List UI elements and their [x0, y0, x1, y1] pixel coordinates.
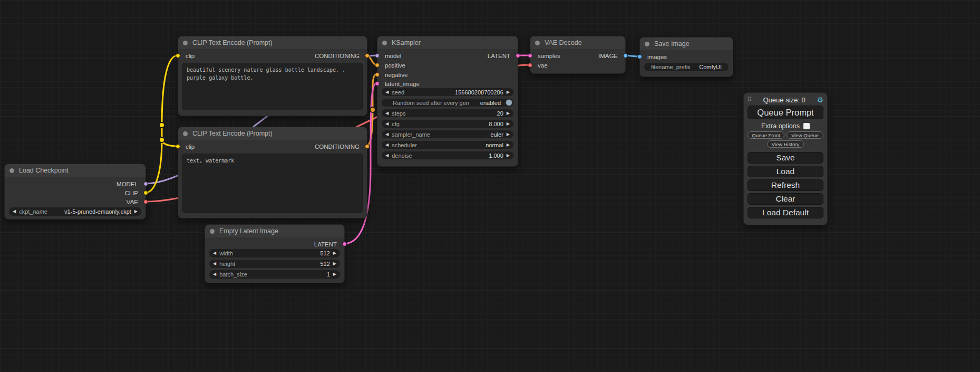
collapse-dot-icon[interactable]: [535, 41, 540, 45]
clear-button[interactable]: Clear: [748, 193, 823, 205]
decrement-arrow-icon[interactable]: ◀: [213, 270, 216, 279]
decrement-arrow-icon[interactable]: ◀: [213, 260, 216, 268]
node-titlebar[interactable]: VAE Decode: [530, 36, 625, 49]
output-label-vae: VAE: [127, 199, 138, 205]
queue-panel[interactable]: ⠿ Queue size: 0 ⚙ Queue Prompt Extra opt…: [743, 92, 828, 225]
port-clip-input[interactable]: [176, 144, 180, 149]
drag-handle-icon[interactable]: ⠿: [747, 96, 752, 103]
widget-height[interactable]: ◀ height 512 ▶: [209, 260, 340, 268]
widget-filename-prefix[interactable]: filename_prefix ComfyUI: [644, 63, 729, 71]
widget-steps[interactable]: ◀ steps 20 ▶: [382, 109, 513, 117]
increment-arrow-icon[interactable]: ▶: [333, 260, 336, 268]
decrement-arrow-icon[interactable]: ◀: [385, 120, 389, 128]
port-latent-output[interactable]: [516, 53, 520, 58]
increment-arrow-icon[interactable]: ▶: [507, 120, 510, 128]
node-titlebar[interactable]: Save Image: [640, 37, 733, 50]
node-save-image[interactable]: Save Image images filename_prefix ComfyU…: [639, 37, 733, 77]
positive-prompt-textarea[interactable]: beautiful scenery nature glass bottle la…: [182, 63, 363, 110]
decrement-arrow-icon[interactable]: ◀: [385, 130, 389, 139]
port-images-input[interactable]: [637, 54, 642, 59]
node-titlebar[interactable]: KSampler: [377, 36, 518, 49]
extra-options-checkbox[interactable]: [803, 123, 810, 129]
decrement-arrow-icon[interactable]: ◀: [385, 88, 389, 97]
port-model-output[interactable]: [143, 182, 148, 186]
save-button[interactable]: Save: [748, 152, 823, 164]
node-clip-text-encode-negative[interactable]: CLIP Text Encode (Prompt) clip CONDITION…: [178, 127, 367, 218]
port-clip-input[interactable]: [176, 53, 180, 58]
port-clip-output[interactable]: [143, 190, 148, 195]
collapse-dot-icon[interactable]: [645, 42, 649, 46]
comfyui-canvas[interactable]: Load Checkpoint MODEL CLIP VAE ◀ ckpt_na…: [0, 0, 980, 372]
port-conditioning-output[interactable]: [365, 144, 370, 149]
reroute-dot[interactable]: [370, 107, 375, 112]
reroute-dot[interactable]: [159, 137, 164, 142]
port-vae-output[interactable]: [143, 199, 148, 204]
output-label-clip: CLIP: [124, 190, 138, 196]
decrement-arrow-icon[interactable]: ◀: [385, 141, 389, 149]
decrement-arrow-icon[interactable]: ◀: [385, 109, 389, 118]
node-empty-latent-image[interactable]: Empty Latent Image LATENT ◀ width 512 ▶ …: [205, 224, 345, 283]
increment-arrow-icon[interactable]: ▶: [333, 249, 336, 257]
reroute-dot[interactable]: [159, 122, 164, 128]
widget-random-seed-toggle[interactable]: Random seed after every gen enabled: [382, 99, 513, 107]
extra-options-label: Extra options: [761, 122, 800, 130]
port-vae-input[interactable]: [528, 63, 532, 68]
collapse-dot-icon[interactable]: [382, 41, 387, 45]
view-history-button[interactable]: View History: [767, 140, 804, 148]
queue-prompt-button[interactable]: Queue Prompt: [748, 106, 823, 119]
widget-ckpt-name[interactable]: ◀ ckpt_name v1-5-pruned-emaonly.ckpt ▶: [9, 207, 141, 216]
load-button[interactable]: Load: [748, 166, 823, 177]
port-latent-output[interactable]: [342, 242, 347, 246]
queue-front-button[interactable]: Queue Front: [748, 131, 784, 139]
increment-arrow-icon[interactable]: ▶: [507, 151, 510, 160]
refresh-button[interactable]: Refresh: [748, 179, 823, 191]
node-titlebar[interactable]: Load Checkpoint: [5, 164, 145, 177]
load-default-button[interactable]: Load Default: [748, 207, 823, 218]
widget-batch-size[interactable]: ◀ batch_size 1 ▶: [209, 270, 340, 279]
toggle-knob-icon[interactable]: [506, 99, 512, 106]
output-label-image: IMAGE: [598, 53, 618, 59]
output-label-latent: LATENT: [314, 241, 337, 247]
widget-width[interactable]: ◀ width 512 ▶: [209, 249, 340, 257]
widget-cfg[interactable]: ◀ cfg 8.000 ▶: [382, 120, 513, 128]
increment-arrow-icon[interactable]: ▶: [134, 207, 138, 216]
widget-sampler-name[interactable]: ◀ sampler_name euler ▶: [382, 130, 513, 138]
port-conditioning-output[interactable]: [365, 53, 370, 58]
port-negative-input[interactable]: [375, 72, 380, 77]
input-label-positive: positive: [385, 62, 405, 69]
settings-gear-icon[interactable]: ⚙: [817, 96, 823, 104]
increment-arrow-icon[interactable]: ▶: [507, 109, 510, 118]
increment-arrow-icon[interactable]: ▶: [507, 141, 510, 149]
node-titlebar[interactable]: CLIP Text Encode (Prompt): [178, 36, 367, 49]
port-positive-input[interactable]: [375, 63, 380, 68]
node-ksampler[interactable]: KSampler model LATENT positive negative …: [377, 36, 518, 167]
node-title: Empty Latent Image: [219, 227, 278, 235]
widget-denoise[interactable]: ◀ denoise 1.000 ▶: [382, 151, 513, 159]
collapse-dot-icon[interactable]: [183, 131, 188, 136]
node-titlebar[interactable]: CLIP Text Encode (Prompt): [178, 127, 367, 140]
port-latent-image-input[interactable]: [375, 81, 380, 86]
decrement-arrow-icon[interactable]: ◀: [213, 249, 216, 257]
widget-scheduler[interactable]: ◀ scheduler normal ▶: [382, 141, 513, 149]
collapse-dot-icon[interactable]: [9, 168, 14, 173]
decrement-arrow-icon[interactable]: ◀: [13, 207, 16, 216]
input-label-negative: negative: [385, 72, 407, 78]
output-label-conditioning: CONDITIONING: [315, 144, 360, 150]
decrement-arrow-icon[interactable]: ◀: [385, 151, 389, 160]
negative-prompt-textarea[interactable]: text, watermark: [182, 154, 363, 213]
port-samples-input[interactable]: [528, 53, 532, 58]
node-titlebar[interactable]: Empty Latent Image: [205, 225, 344, 237]
node-clip-text-encode-positive[interactable]: CLIP Text Encode (Prompt) clip CONDITION…: [178, 36, 367, 116]
port-image-output[interactable]: [623, 53, 628, 58]
port-model-input[interactable]: [375, 53, 380, 58]
widget-seed[interactable]: ◀ seed 156680208700286 ▶: [382, 88, 513, 96]
view-queue-button[interactable]: View Queue: [787, 131, 823, 139]
increment-arrow-icon[interactable]: ▶: [507, 88, 510, 97]
node-load-checkpoint[interactable]: Load Checkpoint MODEL CLIP VAE ◀ ckpt_na…: [4, 164, 146, 220]
collapse-dot-icon[interactable]: [210, 229, 215, 234]
increment-arrow-icon[interactable]: ▶: [333, 270, 336, 279]
node-vae-decode[interactable]: VAE Decode samples IMAGE vae: [530, 36, 626, 74]
collapse-dot-icon[interactable]: [183, 41, 188, 45]
increment-arrow-icon[interactable]: ▶: [507, 130, 510, 139]
output-label-conditioning: CONDITIONING: [315, 53, 360, 59]
